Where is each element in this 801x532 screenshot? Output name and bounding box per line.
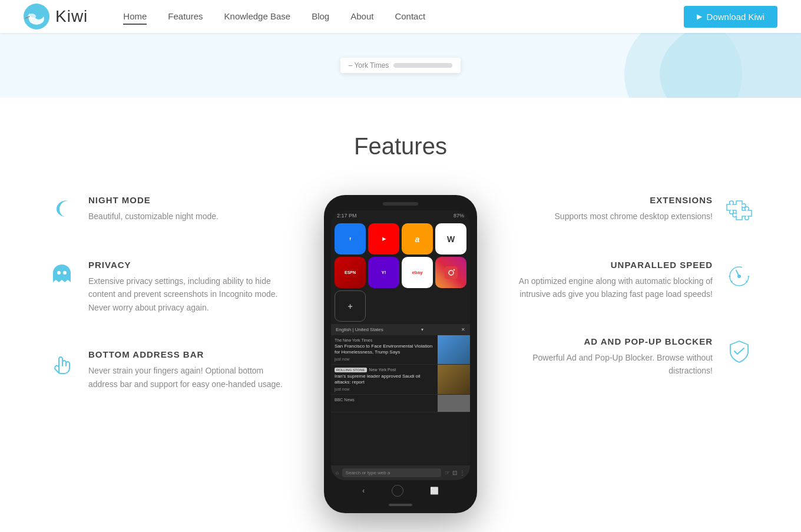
news-headline-2: Iran's supreme leader approved Saudi oil… xyxy=(335,374,434,386)
speed-text: UNPARALLED SPEED An optimized engine alo… xyxy=(512,260,713,301)
svg-point-7 xyxy=(57,271,61,275)
play-icon: ▶ xyxy=(697,12,702,21)
phone-home-btn xyxy=(389,504,412,506)
app-youtube: ▶ xyxy=(368,223,399,255)
news-source-2: ROLLING STONE New York Post xyxy=(335,368,434,372)
phone-battery: 87% xyxy=(454,213,464,219)
blocker-title: AD AND POP-UP BLOCKER xyxy=(512,336,713,346)
night-mode-text: NIGHT MODE Beautiful, customizable night… xyxy=(88,195,219,223)
urlbar-tab-icon: ⊡ xyxy=(452,470,457,476)
app-facebook: f xyxy=(335,223,366,255)
features-right: EXTENSIONS Supports most chrome desktop … xyxy=(512,195,754,378)
news-text-3: BBC News xyxy=(331,395,438,412)
nyt-bar xyxy=(393,63,452,68)
download-button-label: Download Kiwi xyxy=(707,12,764,22)
news-time-2: just now xyxy=(335,387,434,391)
extensions-title: EXTENSIONS xyxy=(555,195,713,205)
news-source-1: The New York Times xyxy=(335,338,434,342)
speed-icon xyxy=(724,260,754,289)
phone-url-input: Search or type web a xyxy=(342,468,441,477)
phone-speaker xyxy=(383,202,418,206)
news-item-2: ROLLING STONE New York Post Iran's supre… xyxy=(331,365,470,395)
phone-language: English | United States xyxy=(336,327,383,332)
phone-close-icon: ✕ xyxy=(461,327,465,332)
feature-extensions: EXTENSIONS Supports most chrome desktop … xyxy=(512,195,754,224)
app-yahoo: Y! xyxy=(368,257,399,288)
nav-link-home[interactable]: Home xyxy=(123,11,147,22)
app-ebay: ebay xyxy=(402,257,433,288)
nav-link-features[interactable]: Features xyxy=(168,11,203,22)
navbar-links: Home Features Knowledge Base Blog About … xyxy=(123,11,425,22)
news-headline-1: San Francisco to Face Environmental Viol… xyxy=(335,343,434,356)
news-source-3: BBC News xyxy=(335,398,434,402)
speed-desc: An optimized engine along with automatic… xyxy=(512,275,713,301)
app-add: + xyxy=(335,290,366,322)
features-left: NIGHT MODE Beautiful, customizable night… xyxy=(47,195,289,391)
hero-shape-right2 xyxy=(624,33,742,98)
night-mode-title: NIGHT MODE xyxy=(88,195,219,205)
phone-nav-bar: ‹ ⬜ xyxy=(331,480,470,501)
speed-title: UNPARALLED SPEED xyxy=(512,260,713,270)
kiwi-bird-icon xyxy=(24,4,49,29)
blocker-desc: Powerful Ad and Pop-Up Blocker. Browse w… xyxy=(512,351,713,378)
news-text-1: The New York Times San Francisco to Face… xyxy=(331,335,438,364)
news-text-2: ROLLING STONE New York Post Iran's supre… xyxy=(331,365,438,394)
phone-screen: 2:17 PM 87% f ▶ a W ESPN Y! ebay xyxy=(331,210,470,480)
news-item-3: BBC News xyxy=(331,395,470,412)
nav-home-icon xyxy=(392,485,403,497)
phone-language-icon: ▾ xyxy=(421,327,423,332)
nav-link-knowledge-base[interactable]: Knowledge Base xyxy=(224,11,291,22)
news-thumb-2 xyxy=(438,365,470,394)
features-section: Features NIGHT MODE Beautiful, customiza… xyxy=(0,98,801,532)
nav-recents-icon: ⬜ xyxy=(430,487,439,495)
phone-container: 2:17 PM 87% f ▶ a W ESPN Y! ebay xyxy=(324,195,477,513)
nav-link-blog[interactable]: Blog xyxy=(312,11,329,22)
nyt-text: – York Times xyxy=(349,61,389,70)
nav-link-about[interactable]: About xyxy=(350,11,373,22)
phone-language-bar: English | United States ▾ ✕ xyxy=(331,324,470,335)
phone-mockup: 2:17 PM 87% f ▶ a W ESPN Y! ebay xyxy=(324,195,477,513)
app-amazon: a xyxy=(402,223,433,255)
puzzle-icon xyxy=(724,195,754,224)
phone-apps-grid: f ▶ a W ESPN Y! ebay + xyxy=(331,221,470,324)
svg-rect-9 xyxy=(445,266,458,279)
night-mode-desc: Beautiful, customizable night mode. xyxy=(88,210,219,223)
urlbar-cursor-icon: ☞ xyxy=(445,470,450,476)
svg-point-11 xyxy=(453,269,454,270)
shield-icon xyxy=(724,336,754,366)
download-button[interactable]: ▶ Download Kiwi xyxy=(684,6,777,28)
app-espn: ESPN xyxy=(335,257,366,288)
svg-point-13 xyxy=(737,275,741,278)
privacy-title: PRIVACY xyxy=(88,260,289,270)
svg-point-8 xyxy=(63,271,67,275)
features-grid: NIGHT MODE Beautiful, customizable night… xyxy=(47,195,754,513)
phone-url-placeholder: Search or type web a xyxy=(346,470,390,475)
bottom-bar-title: BOTTOM ADDRESS BAR xyxy=(88,349,289,359)
extensions-text: EXTENSIONS Supports most chrome desktop … xyxy=(555,195,713,223)
extensions-desc: Supports most chrome desktop extensions! xyxy=(555,210,713,223)
nav-link-contact[interactable]: Contact xyxy=(395,11,425,22)
feature-bottom-bar: BOTTOM ADDRESS BAR Never strain your fin… xyxy=(47,349,289,391)
nyt-mockup: – York Times xyxy=(340,58,461,73)
moon-icon xyxy=(47,195,77,224)
app-instagram xyxy=(435,257,466,288)
news-thumb-1 xyxy=(438,335,470,364)
phone-news: The New York Times San Francisco to Face… xyxy=(331,335,470,465)
feature-blocker: AD AND POP-UP BLOCKER Powerful Ad and Po… xyxy=(512,336,754,378)
news-thumb-3 xyxy=(438,395,470,412)
news-item-1: The New York Times San Francisco to Face… xyxy=(331,335,470,365)
navbar-logo[interactable]: Kiwi xyxy=(24,4,88,29)
urlbar-icons: ☞ ⊡ ⋮ xyxy=(445,470,465,476)
bottom-bar-text: BOTTOM ADDRESS BAR Never strain your fin… xyxy=(88,349,289,391)
privacy-text: PRIVACY Extensive privacy settings, incl… xyxy=(88,260,289,314)
blocker-text: AD AND POP-UP BLOCKER Powerful Ad and Po… xyxy=(512,336,713,378)
navbar-logo-text: Kiwi xyxy=(55,7,88,26)
app-wikipedia: W xyxy=(435,223,466,255)
hand-icon xyxy=(47,349,77,379)
urlbar-menu-icon: ⋮ xyxy=(459,470,465,476)
bottom-bar-desc: Never strain your fingers again! Optiona… xyxy=(88,364,289,391)
ghost-icon xyxy=(47,260,77,289)
navbar: Kiwi Home Features Knowledge Base Blog A… xyxy=(0,0,801,33)
phone-home-icon: ⌂ xyxy=(336,470,339,475)
feature-speed: UNPARALLED SPEED An optimized engine alo… xyxy=(512,260,754,301)
